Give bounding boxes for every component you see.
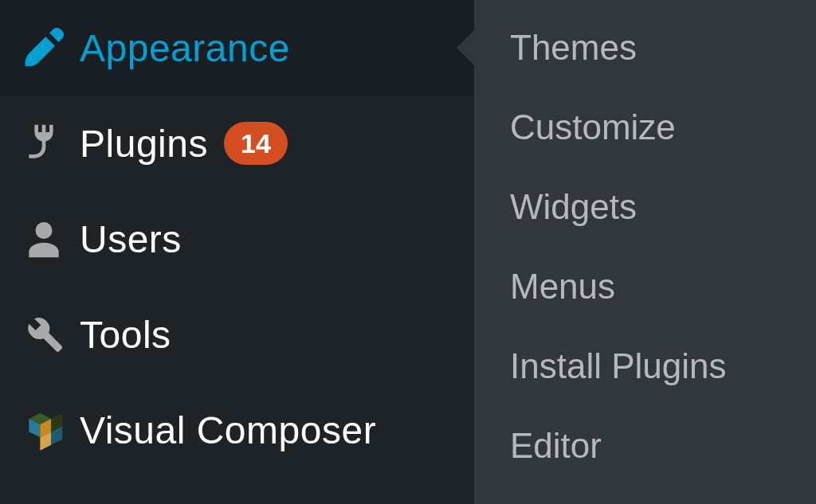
- primary-menu: Appearance Plugins 14 Users Tools: [0, 0, 474, 504]
- submenu-item-label: Customize: [510, 107, 676, 147]
- cube-icon: [8, 408, 80, 452]
- submenu-item-label: Widgets: [510, 187, 637, 227]
- wrench-icon: [8, 312, 80, 357]
- submenu-item-label: Install Plugins: [510, 346, 726, 386]
- appearance-submenu: Themes Customize Widgets Menus Install P…: [474, 0, 816, 504]
- sidebar-item-label: Tools: [80, 313, 171, 357]
- submenu-item-label: Menus: [510, 267, 615, 307]
- sidebar-item-users[interactable]: Users: [0, 191, 474, 287]
- sidebar-item-label: Users: [80, 217, 182, 261]
- sidebar-item-tools[interactable]: Tools: [0, 287, 474, 382]
- brush-icon: [8, 25, 80, 70]
- submenu-item-widgets[interactable]: Widgets: [510, 167, 808, 247]
- sidebar-item-appearance[interactable]: Appearance: [0, 0, 474, 96]
- submenu-item-customize[interactable]: Customize: [510, 88, 808, 167]
- sidebar-item-plugins[interactable]: Plugins 14: [0, 96, 474, 191]
- sidebar-item-label: Visual Composer: [80, 408, 376, 452]
- submenu-item-install-plugins[interactable]: Install Plugins: [510, 326, 808, 406]
- plugins-update-badge: 14: [224, 122, 288, 165]
- sidebar-item-label: Plugins: [80, 122, 208, 166]
- sidebar-item-visual-composer[interactable]: Visual Composer: [0, 382, 474, 478]
- submenu-item-label: Themes: [510, 28, 637, 68]
- submenu-item-label: Editor: [510, 426, 602, 466]
- submenu-item-themes[interactable]: Themes: [510, 8, 808, 88]
- plug-icon: [8, 121, 80, 166]
- sidebar-item-label: Appearance: [80, 26, 290, 70]
- user-icon: [8, 217, 80, 261]
- submenu-item-menus[interactable]: Menus: [510, 247, 808, 326]
- admin-sidebar: Appearance Plugins 14 Users Tools: [0, 0, 816, 504]
- submenu-item-editor[interactable]: Editor: [510, 406, 808, 486]
